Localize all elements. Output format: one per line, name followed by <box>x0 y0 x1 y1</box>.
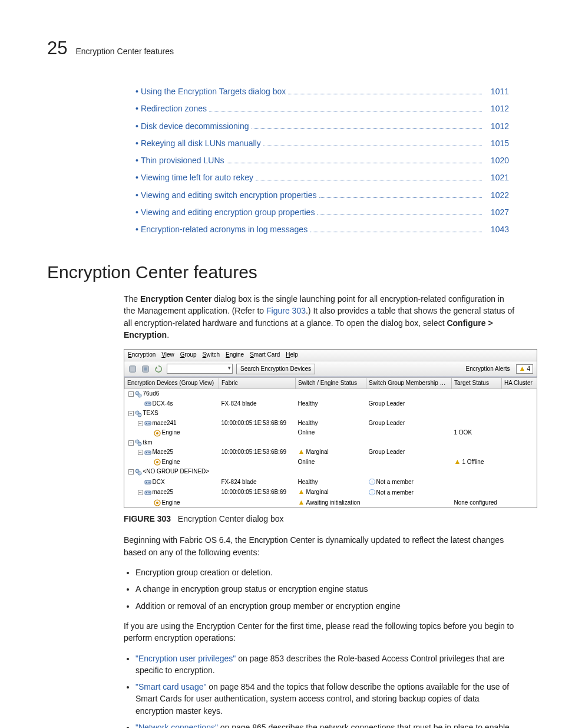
table-row[interactable]: −TEXS <box>125 409 537 419</box>
membership-cell <box>366 457 452 467</box>
figure-caption: FIGURE 303 Encryption Center dialog box <box>124 513 515 525</box>
menu-item[interactable]: View <box>161 351 174 358</box>
tree-toggle[interactable]: − <box>128 440 134 446</box>
page-header: 25 Encryption Center features <box>47 35 515 62</box>
toc-link[interactable]: Viewing and editing switch encryption pr… <box>141 189 317 201</box>
table-row[interactable]: Engine▲Awaiting initializationNone confi… <box>125 498 537 508</box>
toolbar-icon-1[interactable] <box>128 364 137 374</box>
toc-entry: •Using the Encryption Targets dialog box… <box>135 85 509 97</box>
fabric-cell <box>219 409 296 419</box>
toc-link[interactable]: Redirection zones <box>141 103 207 114</box>
svg-point-10 <box>138 413 141 417</box>
column-header[interactable]: Encryption Devices (Group View) <box>125 377 219 389</box>
toc-link[interactable]: Viewing time left for auto rekey <box>141 172 253 183</box>
table-row[interactable]: EngineOnline▲1 Offline <box>125 457 537 467</box>
device-name: tkm <box>143 439 153 447</box>
group-icon <box>135 410 142 417</box>
engine-icon <box>154 459 161 466</box>
figure-303: EncryptionViewGroupSwitchEngineSmart Car… <box>124 349 515 508</box>
cross-reference-link[interactable]: "Network connections" <box>135 723 218 728</box>
toc-entry: •Encryption-related acronyms in log mess… <box>135 223 509 235</box>
column-header[interactable]: Switch / Engine Status <box>296 377 366 389</box>
target-cell <box>452 389 502 399</box>
refresh-icon[interactable] <box>154 364 163 374</box>
cross-reference-link[interactable]: "Smart card usage" <box>135 682 206 691</box>
warning-icon: ▲ <box>519 364 526 373</box>
tree-toggle[interactable]: − <box>128 469 134 475</box>
status-cell <box>296 438 366 448</box>
column-header[interactable]: Target Status <box>452 377 502 389</box>
target-cell <box>452 399 502 409</box>
tree-toggle[interactable]: − <box>128 391 134 397</box>
list-item: "Encryption user privileges" on page 853… <box>135 653 515 677</box>
toc-page[interactable]: 1020 <box>484 154 509 166</box>
menu-item[interactable]: Switch <box>203 351 220 358</box>
cross-reference-link[interactable]: "Encryption user privileges" <box>135 654 236 663</box>
membership-cell: Group Leader <box>366 399 452 409</box>
toc-link[interactable]: Using the Encryption Targets dialog box <box>141 85 286 97</box>
toc-entry: •Disk device decommissioning1012 <box>135 120 509 132</box>
toc-link[interactable]: Disk device decommissioning <box>141 120 249 132</box>
toc-link[interactable]: Viewing and editing encryption group pro… <box>141 206 315 218</box>
toc-page[interactable]: 1012 <box>484 120 509 132</box>
menu-item[interactable]: Encryption <box>128 351 156 358</box>
menu-item[interactable]: Help <box>286 351 298 358</box>
toc-link[interactable]: Thin provisioned LUNs <box>141 154 224 166</box>
toc-page[interactable]: 1012 <box>484 103 509 114</box>
table-row[interactable]: −76ud6 <box>125 389 537 399</box>
toc-page[interactable]: 1021 <box>484 172 509 183</box>
toc-entry: •Viewing time left for auto rekey1021 <box>135 172 509 183</box>
table-row[interactable]: −tkm <box>125 438 537 448</box>
svg-rect-20 <box>148 452 150 453</box>
table-row[interactable]: EngineOnline1 OOK <box>125 428 537 438</box>
menu-item[interactable]: Smart Card <box>250 351 280 358</box>
toc-bullet: • <box>135 85 138 97</box>
svg-rect-19 <box>146 452 147 453</box>
toc-leader <box>310 232 482 232</box>
table-row[interactable]: DCXFX-824 bladeHealthyⓘNot a member <box>125 477 537 487</box>
toc-page[interactable]: 1027 <box>484 206 509 218</box>
toc-entry: •Rekeying all disk LUNs manually1015 <box>135 137 509 149</box>
target-cell: 1 OOK <box>452 428 502 438</box>
membership-cell <box>366 389 452 399</box>
device-name: Engine <box>162 458 180 467</box>
svg-rect-18 <box>145 451 151 454</box>
search-button[interactable]: Search Encryption Devices <box>236 364 315 375</box>
encryption-alerts-badge[interactable]: ▲4 <box>516 364 533 374</box>
menu-item[interactable]: Engine <box>226 351 244 358</box>
toc-page[interactable]: 1015 <box>484 137 509 149</box>
svg-point-22 <box>156 461 158 463</box>
tree-toggle[interactable]: − <box>138 490 143 495</box>
membership-cell: ⓘNot a member <box>366 477 452 487</box>
toc-link[interactable]: Encryption-related acronyms in log messa… <box>141 223 308 235</box>
table-row[interactable]: DCX-4sFX-824 bladeHealthyGroup Leader <box>125 399 537 409</box>
toc-page[interactable]: 1022 <box>484 189 509 201</box>
svg-rect-13 <box>148 423 150 424</box>
filter-dropdown[interactable] <box>167 364 233 374</box>
info-icon: ⓘ <box>369 489 375 496</box>
tree-toggle[interactable]: − <box>138 450 143 455</box>
column-header[interactable]: Switch Group Membership Stat… <box>366 377 452 389</box>
fabric-cell: 10:00:00:05:1E:53:6B:69 <box>219 419 296 429</box>
toc-link[interactable]: Rekeying all disk LUNs manually <box>141 137 261 149</box>
toc-page[interactable]: 1043 <box>484 223 509 235</box>
engine-icon <box>154 430 161 437</box>
menu-item[interactable]: Group <box>180 351 197 358</box>
menu-bar: EncryptionViewGroupSwitchEngineSmart Car… <box>124 350 537 361</box>
toc-page[interactable]: 1011 <box>484 85 509 97</box>
table-row[interactable]: −mace24110:00:00:05:1E:53:6B:69HealthyGr… <box>125 419 537 429</box>
figure-reference-link[interactable]: Figure 303 <box>266 306 306 315</box>
list-item: A change in encryption group status or e… <box>135 583 515 595</box>
toolbar-icon-2[interactable] <box>141 364 150 374</box>
target-cell: None configured <box>452 498 502 508</box>
ha-cluster-cell <box>502 409 537 419</box>
tree-toggle[interactable]: − <box>138 421 143 426</box>
column-header[interactable]: HA Cluster <box>502 377 537 389</box>
status-cell <box>296 389 366 399</box>
table-row[interactable]: −<NO GROUP DEFINED> <box>125 467 537 477</box>
table-row[interactable]: −mace2510:00:00:05:1E:53:6B:69▲Marginalⓘ… <box>125 487 537 498</box>
table-row[interactable]: −Mace2510:00:00:05:1E:53:6B:69▲MarginalG… <box>125 447 537 457</box>
target-cell <box>452 477 502 487</box>
tree-toggle[interactable]: − <box>128 411 134 416</box>
column-header[interactable]: Fabric <box>219 377 296 389</box>
